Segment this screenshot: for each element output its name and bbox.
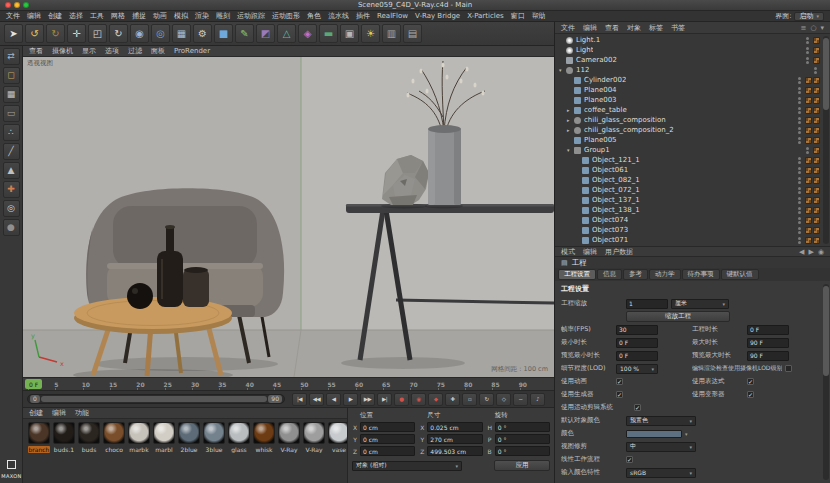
live-selection-icon[interactable]: ➤ [4, 24, 23, 43]
viewport-menu-item[interactable]: 查看 [29, 46, 43, 56]
object-tags[interactable] [804, 157, 820, 164]
material-thumbnail[interactable] [103, 422, 125, 444]
object-row[interactable]: Object_138_1 [555, 205, 830, 215]
texture-tag-icon[interactable] [813, 97, 820, 104]
object-tags[interactable] [804, 167, 820, 174]
rotation-field[interactable]: 0 ° [495, 434, 550, 444]
material-item[interactable]: marbk [127, 422, 151, 453]
texture-tag-icon[interactable] [813, 127, 820, 134]
material-thumbnail[interactable] [53, 422, 75, 444]
texture-tag-icon[interactable] [805, 167, 812, 174]
default-object-color-dropdown[interactable]: 预置色▾ [626, 416, 696, 426]
menubar-item[interactable]: 创建 [48, 11, 62, 21]
material-item[interactable]: marbl [152, 422, 176, 453]
object-tags[interactable] [804, 187, 820, 194]
input-color-profile-dropdown[interactable]: sRGB▾ [626, 468, 696, 478]
material-thumbnail[interactable] [253, 422, 275, 444]
scrollbar-thumb[interactable] [823, 286, 829, 376]
texture-tag-icon[interactable] [805, 217, 812, 224]
material-thumbnail[interactable] [28, 422, 50, 444]
lock-icon[interactable]: ◉ [818, 248, 824, 256]
range-bar[interactable] [41, 396, 268, 402]
menubar-item[interactable]: 选择 [69, 11, 83, 21]
object-name[interactable]: Object073 [592, 226, 628, 234]
object-list-scrollbar[interactable] [823, 36, 829, 244]
attribute-tab[interactable]: 信息 [597, 269, 622, 280]
expand-arrow[interactable]: ▾ [559, 67, 566, 73]
record-parameter-toggle[interactable]: ◇ [496, 393, 511, 406]
deformer-icon[interactable]: ◈ [298, 24, 317, 43]
menubar-item[interactable]: 角色 [307, 11, 321, 21]
attribute-tab[interactable]: 键默认值 [721, 269, 759, 280]
object-tags[interactable] [804, 107, 820, 114]
object-row[interactable]: ▸ chili_glass_composition_2 [555, 125, 830, 135]
object-name[interactable]: Cylinder002 [584, 76, 626, 84]
linear-workflow-checkbox[interactable] [626, 456, 633, 463]
scrollbar-thumb[interactable] [823, 38, 829, 110]
object-name[interactable]: Object_082_1 [592, 176, 640, 184]
preview-range-slider[interactable]: 0 90 [27, 394, 285, 404]
texture-tag-icon[interactable] [805, 137, 812, 144]
timeline-tick[interactable]: 45 [273, 381, 300, 388]
goto-start-button[interactable]: |◀ [292, 393, 307, 406]
object-name[interactable]: Object061 [592, 166, 628, 174]
viewport-solo-icon[interactable]: ● [3, 219, 20, 236]
texture-tag-icon[interactable] [805, 157, 812, 164]
primitive-cube-icon[interactable]: ■ [214, 24, 233, 43]
visibility-dots[interactable] [806, 57, 809, 64]
wall-right[interactable] [301, 57, 554, 330]
texture-tag-icon[interactable] [813, 47, 820, 54]
sound-toggle[interactable]: ♪ [530, 393, 545, 406]
object-tags[interactable] [812, 47, 820, 54]
color-swatch[interactable] [626, 430, 682, 438]
object-name[interactable]: Camera002 [576, 56, 617, 64]
texture-tag-icon[interactable] [813, 107, 820, 114]
menubar-item[interactable]: 运动跟踪 [237, 11, 265, 21]
project-time-field[interactable]: 0 F [747, 325, 789, 335]
timeline-tick[interactable]: 35 [218, 381, 245, 388]
texture-tag-icon[interactable] [805, 237, 812, 244]
viewport-menu-item[interactable]: ProRender [174, 47, 210, 55]
object-name[interactable]: Plane004 [584, 86, 617, 94]
object-name[interactable]: coffee_table [584, 106, 627, 114]
menubar-item[interactable]: 工具 [90, 11, 104, 21]
material-thumbnail[interactable] [178, 422, 200, 444]
viewport-menu-item[interactable]: 显示 [82, 46, 96, 56]
texture-tag-icon[interactable] [805, 187, 812, 194]
project-scale-field[interactable]: 1 [626, 299, 668, 309]
timeline-tick[interactable]: 25 [164, 381, 191, 388]
record-scale-toggle[interactable]: ▫ [462, 393, 477, 406]
camera-icon[interactable]: ▣ [340, 24, 359, 43]
menubar-item[interactable]: V-Ray Bridge [415, 12, 460, 20]
expand-arrow[interactable]: ▸ [567, 107, 574, 113]
visibility-dots[interactable] [806, 47, 809, 54]
fps-field[interactable]: 30 [616, 325, 658, 335]
goto-end-button[interactable]: ▶| [377, 393, 392, 406]
object-row[interactable]: Object_082_1 [555, 175, 830, 185]
object-name[interactable]: chili_glass_composition [584, 116, 666, 124]
material-item[interactable]: V-Ray [277, 422, 301, 453]
light-icon[interactable]: ☀ [361, 24, 380, 43]
material-thumbnail[interactable] [78, 422, 100, 444]
visibility-dots[interactable] [798, 117, 801, 124]
attribute-tab[interactable]: 待办事项 [682, 269, 720, 280]
view-name-label[interactable]: 透视视图 [27, 59, 53, 68]
object-tags[interactable] [804, 97, 820, 104]
timeline-tick[interactable]: 55 [327, 381, 354, 388]
texture-tag-icon[interactable] [813, 177, 820, 184]
spline-pen-icon[interactable]: ✎ [235, 24, 254, 43]
use-generators-checkbox[interactable] [616, 391, 623, 398]
current-frame-marker[interactable]: 0 F [25, 379, 42, 389]
material-thumbnail[interactable] [328, 422, 347, 444]
texture-tag-icon[interactable] [805, 227, 812, 234]
attribute-menu-item[interactable]: 模式 [561, 247, 575, 257]
expand-arrow[interactable]: ▸ [567, 127, 574, 133]
texture-tag-icon[interactable] [813, 157, 820, 164]
object-row[interactable]: Object_121_1 [555, 155, 830, 165]
object-row[interactable]: ▸ chili_glass_composition [555, 115, 830, 125]
visibility-dots[interactable] [798, 187, 801, 194]
timeline-tick[interactable]: 40 [246, 381, 273, 388]
menubar-item[interactable]: X-Particles [467, 12, 503, 20]
texture-tag-icon[interactable] [813, 57, 820, 64]
object-tags[interactable] [812, 147, 820, 154]
